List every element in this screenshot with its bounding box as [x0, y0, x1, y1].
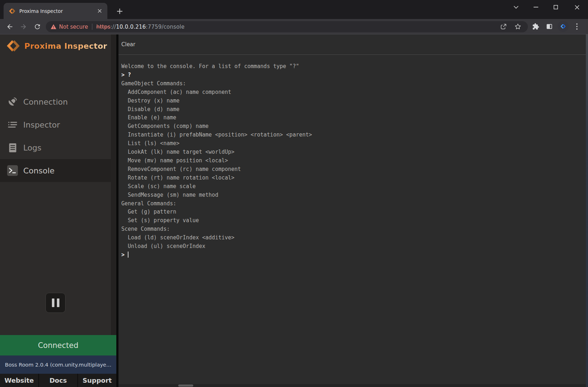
console-prompt[interactable]: >: [121, 251, 581, 259]
forward-button[interactable]: [18, 21, 29, 32]
sidebar-item-label: Console: [23, 166, 54, 175]
connection-status-bar: Connected: [0, 335, 116, 355]
footer-link-website[interactable]: Website: [0, 374, 38, 387]
footer-links: WebsiteDocsSupport: [0, 374, 116, 387]
console-line: General Commands:: [121, 200, 581, 208]
status-label: Connected: [38, 341, 78, 350]
reload-button[interactable]: [32, 21, 43, 32]
console-line: Instantiate (i) prefabName <position> <r…: [121, 131, 581, 139]
browser-tab[interactable]: Proxima Inspector: [4, 3, 107, 19]
logs-icon: [6, 143, 19, 153]
url-path: :7759/console: [146, 24, 184, 30]
url-scheme-rest: ://: [111, 24, 116, 30]
console-line: Get (g) pattern: [121, 208, 581, 216]
console-line: GameObject Commands:: [121, 80, 581, 88]
tab-strip: Proxima Inspector: [0, 0, 588, 19]
url-divider: [92, 24, 92, 30]
proxima-favicon-icon: [9, 8, 16, 15]
sidebar-item-label: Inspector: [23, 120, 60, 129]
vertical-scrollbar[interactable]: [586, 34, 588, 387]
console-line: SendMessage (sm) name method: [121, 191, 581, 200]
console-header: Clear: [118, 34, 588, 55]
sidebar-item-console[interactable]: Console: [0, 159, 116, 182]
browser-window: Proxima Inspector N: [0, 0, 588, 387]
console-line: Scene Commands:: [121, 225, 581, 234]
url-scheme: https: [96, 24, 111, 30]
warning-triangle-icon: [50, 24, 57, 29]
share-icon[interactable]: [498, 21, 509, 32]
project-info-bar: Boss Room 2.0.4 (com.unity.multiplaye…: [0, 355, 116, 374]
console-line: Move (mv) name position <local>: [121, 157, 581, 165]
sidebar-scrollbar-track[interactable]: [111, 34, 116, 336]
sidebar: Proxima Inspector ConnectionInspectorLog…: [0, 34, 116, 387]
console-log: Welcome to the console. For a list of co…: [121, 62, 581, 259]
text-cursor: [128, 252, 128, 258]
back-button[interactable]: [4, 21, 15, 32]
window-maximize-button[interactable]: [548, 2, 563, 13]
pause-icon: [52, 298, 54, 307]
console-line: RemoveComponent (rc) name component: [121, 165, 581, 174]
new-tab-button[interactable]: [115, 6, 125, 16]
footer-link-docs[interactable]: Docs: [39, 374, 77, 387]
url-text: https://10.0.0.216:7759/console: [96, 24, 185, 30]
console-line: Rotate (rt) name rotation <local>: [121, 174, 581, 182]
console-line: LookAt (lk) name target <worldUp>: [121, 148, 581, 157]
console-line: AddComponent (ac) name component: [121, 88, 581, 97]
pause-button[interactable]: [45, 293, 65, 313]
clear-button[interactable]: Clear: [121, 39, 140, 50]
tab-title: Proxima Inspector: [19, 8, 92, 14]
console-line: Load (ld) sceneOrIndex <additive>: [121, 234, 581, 242]
console-line: Destroy (x) name: [121, 97, 581, 105]
extensions-puzzle-icon[interactable]: [530, 21, 541, 32]
console-panel: Clear Welcome to the console. For a list…: [118, 34, 588, 387]
console-line: Enable (e) name: [121, 114, 581, 122]
satellite-icon: [6, 96, 19, 107]
address-bar[interactable]: Not secure https://10.0.0.216:7759/conso…: [46, 21, 528, 32]
console-line: Welcome to the console. For a list of co…: [121, 62, 581, 71]
project-label: Boss Room 2.0.4 (com.unity.multiplaye…: [5, 362, 112, 368]
list-icon: [6, 119, 19, 130]
side-panel-icon[interactable]: [544, 21, 555, 32]
sidebar-item-label: Logs: [23, 143, 42, 152]
horizontal-scrollbar-thumb[interactable]: [178, 384, 193, 387]
profile-avatar[interactable]: [558, 21, 569, 32]
console-line: Set (s) property value: [121, 216, 581, 225]
sidebar-nav: ConnectionInspectorLogsConsole: [0, 90, 116, 182]
sidebar-item-connection[interactable]: Connection: [0, 90, 116, 113]
console-line: Scale (sc) name scale: [121, 182, 581, 191]
sidebar-item-inspector[interactable]: Inspector: [0, 113, 116, 136]
tab-search-chevron-icon[interactable]: [509, 2, 524, 13]
sidebar-item-label: Connection: [23, 97, 68, 106]
not-secure-label: Not secure: [59, 24, 88, 30]
url-host: 10.0.0.216: [116, 24, 146, 30]
window-close-button[interactable]: [569, 2, 584, 13]
console-line: List (ls) <name>: [121, 139, 581, 148]
console-line: Disable (d) name: [121, 105, 581, 114]
brand-title: Proxima Inspector: [24, 42, 107, 51]
window-minimize-button[interactable]: [528, 2, 543, 13]
brand: Proxima Inspector: [6, 38, 107, 54]
browser-menu-icon[interactable]: [572, 21, 582, 32]
console-line: GetComponents (comp) name: [121, 122, 581, 131]
bookmark-star-icon[interactable]: [512, 21, 523, 32]
horizontal-scrollbar: [118, 384, 586, 387]
console-line: > ?: [121, 71, 581, 80]
tab-close-icon[interactable]: [96, 8, 103, 15]
console-line: Unload (ul) sceneOrIndex: [121, 242, 581, 251]
footer-link-support[interactable]: Support: [78, 374, 116, 387]
proxima-logo-icon: [6, 38, 21, 53]
sidebar-item-logs[interactable]: Logs: [0, 136, 116, 159]
terminal-icon: [6, 165, 19, 176]
